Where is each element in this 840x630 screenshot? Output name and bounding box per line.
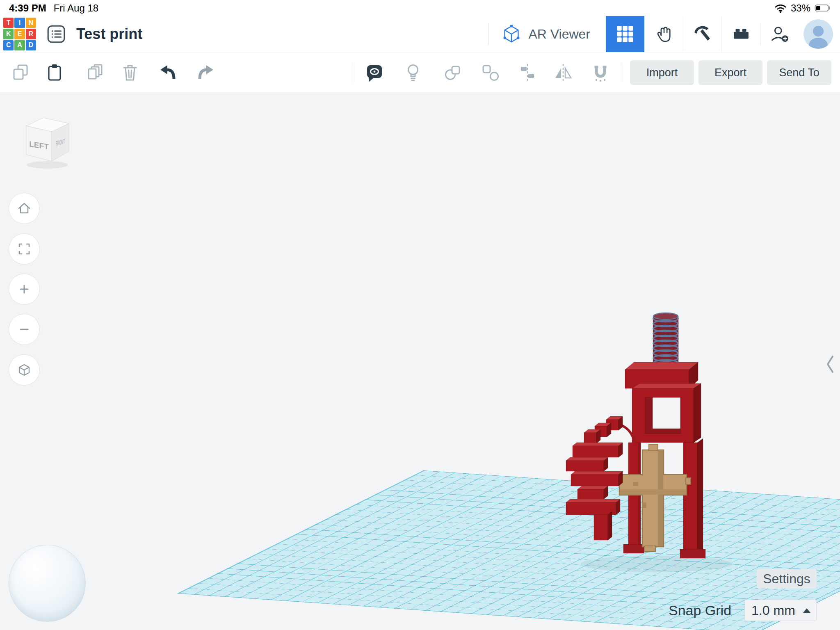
battery-percent: 33% [791,2,810,14]
group-button[interactable] [441,61,464,84]
duplicate-button[interactable] [83,61,106,84]
snap-grid-label: Snap Grid [669,603,731,619]
toolbar-divider [622,63,622,82]
bulb-icon [402,61,425,84]
paste-icon [43,61,66,84]
design-title[interactable]: Test print [76,25,142,43]
duplicate-icon [83,61,106,84]
send-to-button[interactable]: Send To [767,60,831,85]
home-view-button[interactable] [9,193,40,224]
align-button[interactable] [516,61,539,84]
ungroup-button[interactable] [479,61,502,84]
logo-tile: A [14,40,25,50]
grid-icon [616,25,635,43]
mirror-button[interactable] [552,61,575,84]
copy-button[interactable] [9,61,32,84]
snap-grid-dropdown[interactable]: 1.0 mm [744,600,817,621]
gestures-button[interactable] [644,16,683,52]
status-date: Fri Aug 18 [54,2,98,14]
tinkercad-app: 4:39 PM Fri Aug 18 33% TINKERCAD [0,0,840,630]
home-icon [16,200,32,217]
hand-icon [654,24,674,44]
zoom-in-icon [16,281,32,297]
zoom-in-button[interactable] [9,274,40,305]
edit-toolbar: Import Export Send To [0,52,840,92]
add-person-icon [769,23,790,45]
logo-tile: N [26,18,36,28]
model-top-cap[interactable] [625,362,698,388]
group-icon [441,61,464,84]
zoom-out-icon [16,321,32,338]
snap-button[interactable] [589,61,612,84]
design-menu-button[interactable] [46,24,66,44]
wifi-icon [774,3,787,13]
ar-viewer-button[interactable]: AR Viewer [489,16,606,52]
minecraft-export-button[interactable] [683,16,721,52]
logo-tile: R [26,29,36,39]
orbit-control[interactable] [9,545,86,622]
tinkercad-logo[interactable]: TINKERCAD [3,18,36,50]
dropdown-caret-icon [803,608,810,613]
toolbar-divider [354,63,354,82]
status-right: 33% [774,2,831,14]
perspective-icon [16,362,32,378]
logo-tile: E [14,29,25,39]
notes-button[interactable] [363,61,386,84]
fit-view-button[interactable] [9,233,40,265]
settings-button[interactable]: Settings [757,569,817,589]
undo-button[interactable] [157,61,180,84]
panel-collapse-handle[interactable] [822,346,838,383]
import-button[interactable]: Import [630,60,694,85]
canvas-3d-viewport[interactable]: LEFT FRONT [0,92,840,630]
share-button[interactable] [760,16,799,52]
logo-tile: I [14,18,25,28]
pickaxe-icon [692,24,713,44]
annotate-icon [363,61,386,84]
mirror-icon [552,61,575,84]
snap-grid-value: 1.0 mm [751,603,795,618]
status-time: 4:39 PM [9,2,46,14]
snap-icon [589,61,612,84]
redo-button[interactable] [194,61,217,84]
redo-icon [194,61,217,84]
status-bar: 4:39 PM Fri Aug 18 33% [0,0,840,16]
model-frame[interactable] [632,383,701,443]
app-bar: TINKERCAD Test print AR Viewer [0,16,840,52]
delete-button[interactable] [119,61,142,84]
ungroup-icon [479,61,502,84]
zoom-out-button[interactable] [9,314,40,345]
model-screw-coil[interactable] [653,313,678,366]
perspective-toggle-button[interactable] [9,354,40,386]
chevron-left-icon [826,355,835,374]
copy-icon [9,61,32,84]
ar-viewer-label: AR Viewer [528,27,590,42]
battery-icon [815,4,831,12]
logo-tile: K [3,29,14,39]
undo-icon [157,61,180,84]
lego-brick-icon [731,24,751,44]
avatar-icon [803,19,833,49]
profile-avatar[interactable] [803,19,833,49]
paste-button[interactable] [43,61,66,84]
logo-tile: D [26,40,36,50]
design-menu-icon [46,24,66,44]
ar-cube-icon [500,23,523,45]
fit-icon [16,241,32,257]
shapes-panel-button[interactable] [606,16,644,52]
view-cube[interactable]: LEFT FRONT [16,109,78,170]
logo-tile: C [3,40,14,50]
brick-export-button[interactable] [721,16,760,52]
show-hidden-button[interactable] [402,61,425,84]
trash-icon [119,61,142,84]
align-icon [516,61,539,84]
export-button[interactable]: Export [698,60,762,85]
snap-grid-control: Snap Grid 1.0 mm [669,600,817,621]
status-left: 4:39 PM Fri Aug 18 [9,2,98,14]
logo-tile: T [3,18,14,28]
